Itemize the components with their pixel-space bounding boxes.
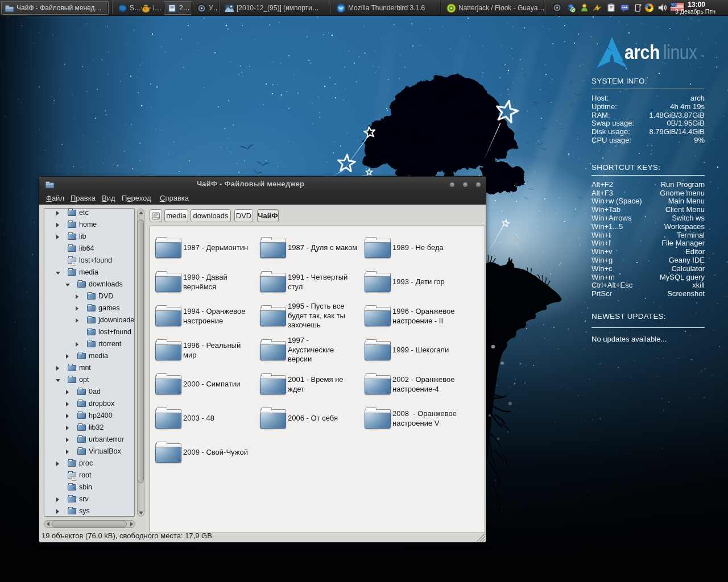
svg-text:linux: linux bbox=[663, 41, 697, 64]
svg-text:™: ™ bbox=[700, 55, 704, 59]
svg-text:arch: arch bbox=[624, 41, 660, 64]
